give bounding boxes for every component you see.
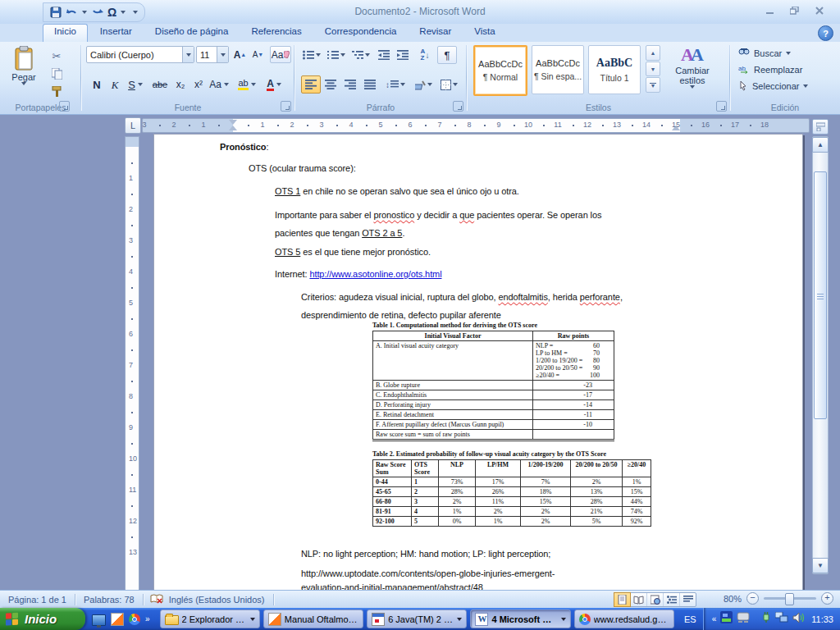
hanging-indent-marker[interactable] [229,126,237,130]
start-button[interactable]: Inicio [0,608,85,630]
font-name-combo[interactable]: Calibri (Cuerpo) [86,46,194,63]
scroll-down-icon[interactable]: ▼ [812,558,829,573]
zoom-level[interactable]: 80% [724,594,742,604]
styles-dialog-launcher-icon[interactable] [716,101,727,112]
taskbar-button-explorador[interactable]: 2 Explorador de ... [160,609,260,628]
clear-formatting-button[interactable]: Aa [270,46,291,63]
tab-vista[interactable]: Vista [463,24,505,42]
language-indicator[interactable]: Inglés (Estados Unidos) [167,595,267,605]
font-color-button[interactable]: A [262,75,286,94]
style-titulo-1[interactable]: AaBbCTítulo 1 [588,45,641,94]
ruler-toggle-icon[interactable] [812,119,829,135]
bullet-list-button[interactable] [299,46,323,64]
web-layout-view-icon[interactable] [647,593,664,606]
highlight-button[interactable]: ab [234,75,260,94]
quick-launch-app-icon[interactable] [111,613,124,626]
taskbar-button-java[interactable]: 6 Java(TM) 2 Plat... [367,609,467,628]
scroll-up-icon[interactable]: ▲ [812,137,829,153]
paste-button[interactable]: Pegar [5,45,43,101]
zoom-in-icon[interactable]: + [821,592,833,605]
bold-button[interactable]: N [88,75,106,94]
style-normal[interactable]: AaBbCcDc¶ Normal [473,45,527,96]
close-button[interactable] [808,3,830,17]
v-ruler[interactable]: 12345678910111213 [125,136,139,591]
taskbar-button-redsalud[interactable]: www.redsalud.gov... [574,609,674,628]
zoom-slider-thumb[interactable] [785,593,794,605]
borders-button[interactable] [436,75,462,94]
font-size-combo[interactable]: 11 [196,46,229,63]
font-dialog-launcher-icon[interactable] [281,101,291,112]
tab-correspondencia[interactable]: Correspondencia [314,24,408,42]
tray-collapse-icon[interactable]: « [712,614,717,623]
align-right-button[interactable] [340,75,360,94]
touchpad-tray-icon[interactable] [737,612,750,627]
chrome-icon[interactable] [129,614,140,625]
underline-button[interactable]: S [124,75,147,94]
tab-insertar[interactable]: Insertar [89,24,143,42]
reemplazar-button[interactable]: abReemplazar [735,62,811,78]
print-layout-view-icon[interactable] [614,592,631,607]
superscript-button[interactable]: x² [189,75,208,94]
hyperlink[interactable]: http://www.asotonline.org/ots.html [309,269,441,279]
align-center-button[interactable] [321,75,340,94]
gallery-down-icon[interactable]: ▼ [646,62,660,77]
quick-launch-expand-icon[interactable]: » [145,614,150,623]
clock[interactable]: 11:33 [811,614,833,624]
taskbar-button-word[interactable]: 4 Microsoft Offi... [470,609,570,628]
volume-tray-icon[interactable] [792,612,805,627]
page-indicator[interactable]: Página: 1 de 1 [7,595,68,605]
numbered-list-button[interactable] [324,46,348,64]
show-marks-button[interactable]: ¶ [437,46,457,64]
reading-view-icon[interactable] [631,593,647,606]
help-icon[interactable]: ? [818,25,833,41]
dropdown-icon[interactable] [457,618,462,621]
scroll-track[interactable]: ▲ ▼ [812,136,829,574]
first-line-indent-marker[interactable] [229,120,237,125]
cut-button[interactable]: ✂ [46,47,67,65]
decrease-indent-button[interactable] [374,46,394,64]
strikethrough-button[interactable]: abe [148,75,171,94]
copy-button[interactable] [46,65,67,83]
zoom-out-icon[interactable]: − [746,592,759,605]
zoom-slider[interactable] [764,597,816,600]
tab-referencias[interactable]: Referencias [240,24,312,42]
justify-button[interactable] [360,75,380,94]
lan-tray-icon[interactable] [720,611,733,627]
show-desktop-icon[interactable] [92,614,106,626]
taskbar-button-manual-oftalmo[interactable]: Manual Oftalmo UC... [263,609,363,628]
subscript-button[interactable]: x₂ [171,75,189,94]
paragraph-dialog-launcher-icon[interactable] [453,101,463,112]
scroll-thumb[interactable] [814,171,827,419]
italic-button[interactable]: K [106,75,124,94]
buscar-button[interactable]: Buscar [735,45,811,62]
draft-view-icon[interactable] [680,593,696,606]
change-case-button[interactable]: Aa [208,75,231,94]
sort-button[interactable]: AZ↓ [414,46,436,64]
network-tray-icon[interactable] [775,612,788,627]
format-painter-button[interactable] [46,83,67,101]
align-left-button[interactable] [301,75,321,94]
language-bar[interactable]: ES [678,608,703,630]
style-sin-espaciado[interactable]: AaBbCcDc¶ Sin espa... [532,45,584,94]
spellcheck-icon[interactable] [150,593,164,606]
tab-diseno-de-pagina[interactable]: Diseño de página [144,24,240,42]
power-tray-icon[interactable] [761,611,771,627]
word-count[interactable]: Palabras: 78 [82,595,136,605]
dropdown-icon[interactable] [561,618,566,621]
dropdown-icon[interactable] [250,618,255,621]
shrink-font-button[interactable]: A▼ [249,46,267,63]
gallery-more-icon[interactable]: ▼ [646,77,660,93]
h-ruler[interactable]: 321123456789101112131415161718 [142,118,810,133]
v-scrollbar[interactable]: ▲ ▼ [812,119,828,589]
line-spacing-button[interactable]: ↕ [383,75,408,94]
seleccionar-button[interactable]: Seleccionar [735,78,811,94]
tab-revisar[interactable]: Revisar [409,24,462,42]
tab-inicio[interactable]: Inicio [43,24,88,42]
increase-indent-button[interactable] [393,46,413,64]
tab-selector[interactable]: L [125,117,141,134]
multilevel-list-button[interactable] [349,46,372,64]
grow-font-button[interactable]: A▲ [231,46,249,63]
gallery-up-icon[interactable]: ▲ [646,45,660,61]
change-styles-button[interactable]: AA Cambiar estilos [665,43,719,109]
minimize-button[interactable] [759,3,781,17]
